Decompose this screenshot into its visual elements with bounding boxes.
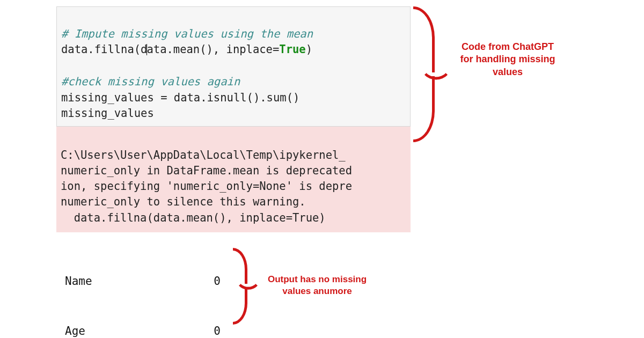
output-key: Age xyxy=(65,323,204,338)
annotation-line: values anumore xyxy=(261,285,374,297)
brace-icon xyxy=(413,6,445,139)
warning-line: data.fillna(data.mean(), inplace=True) xyxy=(61,211,326,224)
annotation-line: values xyxy=(454,66,561,78)
code-cell[interactable]: # Impute missing values using the mean d… xyxy=(56,6,411,127)
annotation-line: for handling missing xyxy=(454,53,561,65)
code-line: data.fillna(data.mean(), inplace=True) xyxy=(61,43,312,56)
output-value: 0 xyxy=(204,273,221,290)
output-value: 0 xyxy=(204,323,221,338)
output-key: Name xyxy=(65,273,204,290)
output-row: Age 0 xyxy=(65,323,405,338)
code-line: missing_values xyxy=(61,107,154,120)
annotation-line: Code from ChatGPT xyxy=(454,41,561,53)
code-comment: #check missing values again xyxy=(61,75,240,88)
code-line: missing_values = data.isnull().sum() xyxy=(61,91,299,104)
code-comment: # Impute missing values using the mean xyxy=(61,27,313,40)
annotation-bottom: Output has no missing values anumore xyxy=(261,274,374,297)
warning-line: ion, specifying 'numeric_only=None' is d… xyxy=(61,180,352,193)
warning-line: numeric_only to silence this warning. xyxy=(61,195,306,208)
annotation-line: Output has no missing xyxy=(261,274,374,285)
warning-line: numeric_only in DataFrame.mean is deprec… xyxy=(61,164,352,177)
warning-line: C:\Users\User\AppData\Local\Temp\ipykern… xyxy=(61,149,346,161)
annotation-top: Code from ChatGPT for handling missing v… xyxy=(454,41,561,78)
warning-output: C:\Users\User\AppData\Local\Temp\ipykern… xyxy=(56,127,411,232)
